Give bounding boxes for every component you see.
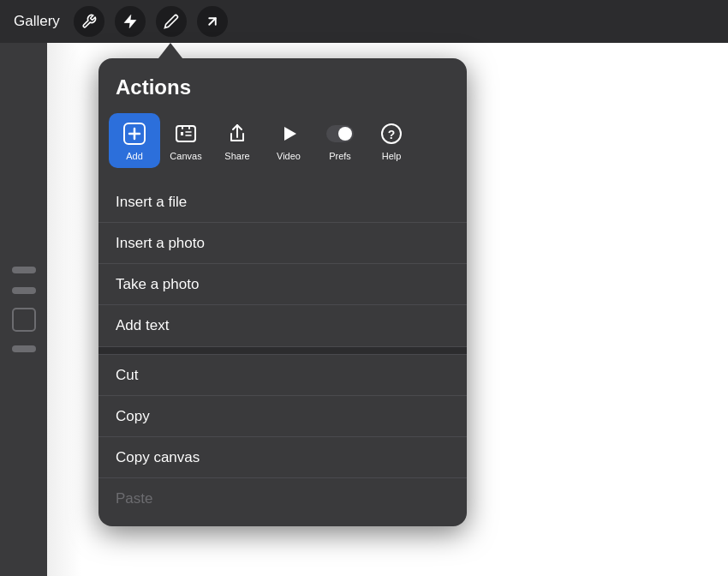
menu-item-cut[interactable]: Cut: [98, 355, 467, 396]
svg-line-1: [209, 18, 216, 25]
menu-item-insert-photo[interactable]: Insert a photo: [98, 223, 467, 264]
add-tab-icon: [121, 120, 148, 147]
menu-item-insert-photo-label: Insert a photo: [116, 235, 205, 252]
canvas-tab-icon: [172, 120, 200, 147]
menu-item-insert-file-label: Insert a file: [116, 194, 187, 211]
toggle-icon: [326, 125, 354, 142]
help-tab-icon: ?: [378, 120, 405, 147]
sidebar-handle-bot[interactable]: [12, 345, 36, 352]
tab-share[interactable]: Share: [212, 113, 263, 168]
popup-arrow: [158, 43, 182, 58]
tab-prefs[interactable]: Prefs: [314, 113, 366, 168]
popup-title: Actions: [98, 75, 467, 113]
canvas-area[interactable]: Actions Add: [47, 43, 728, 576]
actions-popup: Actions Add: [98, 58, 467, 526]
tab-canvas[interactable]: Canvas: [160, 113, 212, 168]
video-tab-icon: [275, 120, 302, 147]
share-tab-icon: [224, 120, 251, 147]
app-title: Gallery: [14, 13, 60, 30]
menu-section-1: Insert a file Insert a photo Take a phot…: [98, 182, 467, 346]
sidebar-square[interactable]: [12, 308, 36, 332]
menu-item-copy-label: Copy: [116, 408, 150, 425]
menu-item-add-text-label: Add text: [116, 317, 169, 334]
svg-marker-6: [284, 127, 296, 141]
tab-prefs-label: Prefs: [329, 151, 351, 161]
prefs-tab-icon: [326, 120, 354, 147]
menu-item-cut-label: Cut: [116, 367, 138, 384]
menu-item-paste[interactable]: Paste: [98, 478, 467, 519]
menu-item-add-text[interactable]: Add text: [98, 305, 467, 346]
tab-video-label: Video: [277, 151, 301, 161]
svg-text:?: ?: [388, 128, 396, 141]
tab-add[interactable]: Add: [109, 113, 160, 168]
menu-section-2: Cut Copy Copy canvas Paste: [98, 355, 467, 519]
sidebar-handle-mid[interactable]: [12, 287, 36, 294]
menu-item-take-photo[interactable]: Take a photo: [98, 264, 467, 305]
svg-rect-5: [176, 126, 195, 141]
menu-item-take-photo-label: Take a photo: [116, 276, 199, 293]
menu-item-copy[interactable]: Copy: [98, 396, 467, 437]
left-sidebar: [0, 43, 47, 576]
top-toolbar: Gallery: [0, 0, 728, 43]
tab-share-label: Share: [224, 151, 249, 161]
menu-item-copy-canvas[interactable]: Copy canvas: [98, 437, 467, 478]
icon-tabs-row: Add Canvas: [98, 113, 467, 182]
menu-section-gap: [98, 346, 467, 355]
tab-help[interactable]: ? Help: [366, 113, 417, 168]
tab-help-label: Help: [382, 151, 402, 161]
menu-item-copy-canvas-label: Copy canvas: [116, 449, 200, 466]
tab-canvas-label: Canvas: [170, 151, 201, 161]
menu-item-paste-label: Paste: [116, 490, 152, 507]
wrench-button[interactable]: [74, 6, 104, 37]
arrow-button[interactable]: [197, 6, 228, 37]
script-button[interactable]: [156, 6, 187, 37]
menu-item-insert-file[interactable]: Insert a file: [98, 182, 467, 223]
main-content: Actions Add: [0, 43, 728, 576]
tab-add-label: Add: [126, 151, 143, 161]
svg-marker-0: [124, 15, 136, 28]
lightning-button[interactable]: [115, 6, 146, 37]
sidebar-handle-top[interactable]: [12, 267, 36, 273]
tab-video[interactable]: Video: [263, 113, 314, 168]
